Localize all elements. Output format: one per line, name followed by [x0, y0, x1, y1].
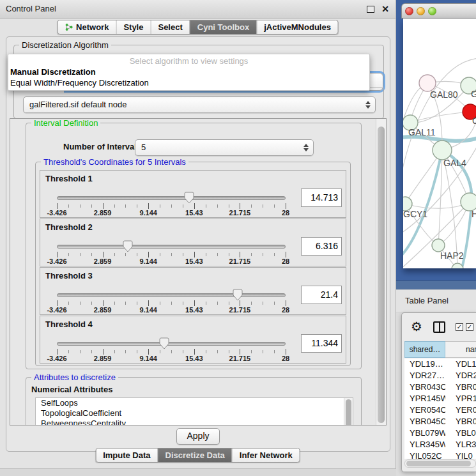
cell-name[interactable]: YPR1: [445, 393, 476, 404]
cell-shared-name[interactable]: YDR27…: [404, 370, 445, 381]
attribute-item-selfloops[interactable]: SelfLoops: [36, 398, 353, 408]
algorithm-option-equal-width-frequency-discretization[interactable]: Equal Width/Frequency Discretization: [10, 78, 149, 88]
slider-track[interactable]: [57, 196, 286, 200]
cell-shared-name[interactable]: YBR045C: [404, 416, 445, 427]
table-row[interactable]: YLR345W YLR3: [404, 439, 476, 450]
slider-scale-labels: -3.4262.8599.14415.4321.71528: [57, 355, 286, 362]
cell-name[interactable]: YBL0: [445, 427, 476, 439]
slider-track[interactable]: [57, 293, 286, 297]
threshold-value-field[interactable]: 14.713: [301, 188, 342, 207]
cell-name[interactable]: YLR3: [445, 439, 476, 450]
cell-shared-name[interactable]: YER054C: [404, 404, 445, 416]
scrollbar-thumb[interactable]: [346, 399, 351, 426]
tab-discretize-data[interactable]: Discretize Data: [158, 449, 232, 462]
attribute-item-topologicalcoefficient[interactable]: TopologicalCoefficient: [36, 408, 353, 418]
table-panel-titlebar: Table Panel: [396, 289, 476, 312]
numerical-attributes-list: SelfLoopsTopologicalCoefficientBetweenne…: [35, 397, 353, 426]
tab-cyni-toolbox[interactable]: Cyni Toolbox: [190, 20, 256, 34]
slider-track[interactable]: [57, 342, 286, 346]
scrollbar-thumb[interactable]: [406, 461, 471, 466]
threshold-value-field[interactable]: 21.4: [301, 286, 342, 304]
threshold-slider[interactable]: -3.4262.8599.14415.4321.71528: [57, 219, 286, 266]
network-node-label: GCY1: [403, 209, 427, 219]
scale-label: 2.859: [94, 257, 112, 265]
network-node-label: GAL4: [443, 158, 466, 168]
settings-scrollpane: Interval Definition Number of Intervals …: [10, 118, 387, 426]
traffic-light-close-icon[interactable]: [405, 7, 413, 15]
column-header-shared-name[interactable]: shared…: [404, 341, 445, 358]
tab-infer-network[interactable]: Infer Network: [232, 449, 300, 462]
settings-scrollbar[interactable]: [376, 119, 386, 425]
threshold-value-field[interactable]: 11.344: [301, 334, 342, 353]
cell-name[interactable]: YER0: [445, 404, 476, 416]
table-hscrollbar[interactable]: [404, 459, 476, 468]
attribute-item-betweennesscentrality[interactable]: BetweennessCentrality: [36, 418, 353, 426]
scale-label: 28: [282, 257, 289, 265]
cell-shared-name[interactable]: YBL079W: [404, 427, 445, 439]
combo-stepper-icon[interactable]: [365, 101, 371, 109]
list-scrollbar[interactable]: [344, 398, 353, 426]
network-canvas[interactable]: GAL80GCGAL11GAL4GCY1HHAP2: [403, 19, 476, 268]
table-row[interactable]: YBR043C YBR0: [404, 381, 476, 393]
table-panel-window: ⚙ ✓ ✓ shared… name YDL19… YDL1 YDR27… YD…: [401, 312, 476, 472]
table-row[interactable]: YBL079W YBL0: [404, 427, 476, 439]
slider-thumb-icon[interactable]: [233, 289, 243, 301]
slider-thumb-icon[interactable]: [159, 337, 169, 349]
slider-track[interactable]: [57, 245, 286, 249]
scrollbar-thumb[interactable]: [378, 127, 385, 423]
column-header-name[interactable]: name: [445, 341, 476, 358]
network-node-label: HAP2: [440, 250, 464, 261]
threshold-panel: Threshold 2 -3.4262.8599.14415.4321.7152…: [40, 219, 346, 266]
cell-shared-name[interactable]: YIL052C: [404, 450, 445, 459]
network-node-label: G: [471, 89, 476, 99]
number-of-intervals-select[interactable]: 5: [135, 139, 314, 156]
table-row[interactable]: YDR27… YDR2: [404, 370, 476, 381]
tab-select[interactable]: Select: [150, 20, 189, 34]
table-data-select[interactable]: galFiltered.sif default node: [23, 96, 376, 113]
network-node-h[interactable]: [461, 193, 476, 211]
traffic-light-zoom-icon[interactable]: [428, 7, 436, 15]
table-row[interactable]: YDL19… YDL1: [404, 358, 476, 370]
combo-stepper-icon[interactable]: [303, 144, 309, 151]
table-row[interactable]: YPR145W YPR1: [404, 393, 476, 404]
cell-shared-name[interactable]: YBR043C: [404, 381, 445, 393]
threshold-slider[interactable]: -3.4262.8599.14415.4321.71528: [57, 268, 286, 314]
threshold-slider[interactable]: -3.4262.8599.14415.4321.71528: [57, 316, 286, 363]
table-row[interactable]: YIL052C YIL0: [404, 450, 476, 459]
apply-button[interactable]: Apply: [176, 428, 220, 445]
tab-label: Impute Data: [103, 450, 150, 460]
checkbox-icon[interactable]: ✓: [466, 323, 473, 331]
table-row[interactable]: YBR045C YBR0: [404, 416, 476, 427]
float-window-icon[interactable]: [367, 6, 374, 13]
cell-name[interactable]: YBR0: [445, 381, 476, 393]
close-icon[interactable]: ✕: [381, 3, 389, 15]
cell-shared-name[interactable]: YLR345W: [404, 439, 445, 450]
slider-thumb-icon[interactable]: [184, 192, 194, 204]
traffic-light-minimize-icon[interactable]: [417, 7, 425, 15]
checkbox-icon[interactable]: ✓: [456, 323, 463, 331]
network-edge[interactable]: [405, 202, 470, 208]
tab-jactivemnodules[interactable]: jActiveMNodules: [256, 20, 338, 34]
tab-network[interactable]: Network: [58, 20, 116, 34]
network-node-label: H: [472, 209, 476, 219]
gear-icon[interactable]: ⚙: [411, 318, 422, 335]
threshold-value-field[interactable]: 6.316: [301, 237, 342, 256]
network-node-hap2[interactable]: [432, 239, 445, 252]
list-items: SelfLoopsTopologicalCoefficientBetweenne…: [36, 398, 353, 426]
network-graph[interactable]: GAL80GCGAL11GAL4GCY1HHAP2: [403, 19, 476, 268]
slider-thumb-icon[interactable]: [123, 240, 133, 252]
tab-impute-data[interactable]: Impute Data: [96, 449, 157, 462]
cell-name[interactable]: YDR2: [445, 370, 476, 381]
cell-shared-name[interactable]: YDL19…: [404, 358, 445, 370]
table-row[interactable]: YER054C YER0: [404, 404, 476, 416]
threshold-slider[interactable]: -3.4262.8599.14415.4321.71528: [57, 171, 286, 217]
cell-name[interactable]: YBR0: [445, 416, 476, 427]
cell-name[interactable]: YDL1: [445, 358, 476, 370]
tab-style[interactable]: Style: [116, 20, 150, 34]
cell-shared-name[interactable]: YPR145W: [404, 393, 445, 404]
cell-name[interactable]: YIL0: [445, 450, 476, 459]
network-node-gal4[interactable]: [433, 141, 452, 160]
algorithm-option-manual-discretization[interactable]: Manual Discretization: [10, 67, 96, 77]
split-view-icon[interactable]: [433, 321, 445, 333]
slider-scale-labels: -3.4262.8599.14415.4321.71528: [57, 306, 286, 314]
